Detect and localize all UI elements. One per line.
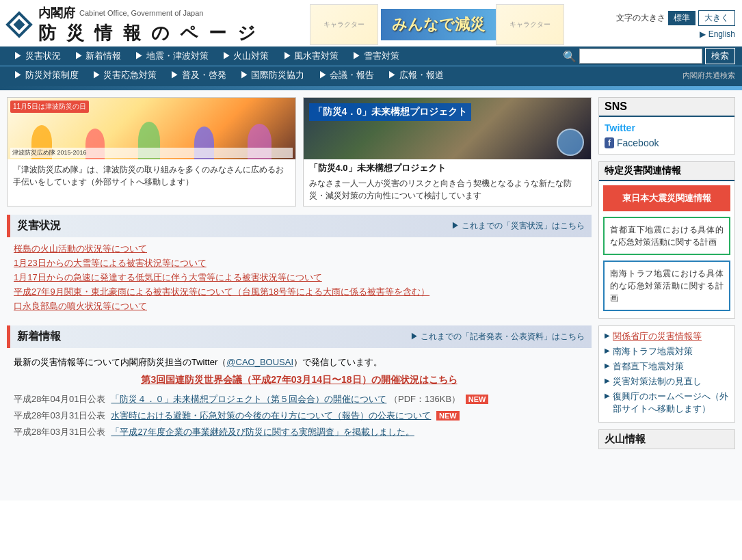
banner-right-text: みなさま一人一人が災害のリスクと向き合う契機となるような新たな防災・減災対策の方… [304, 176, 592, 206]
keikaku-box-2[interactable]: 南海トラフ地震における具体的な応急対策活動に関する計画 [603, 261, 730, 311]
badge-new-1: NEW [466, 395, 489, 404]
news-date-3: 平成28年03月31日公表 [14, 426, 105, 438]
sidebar-link-2[interactable]: ▶ 南海トラフ地震対策 [605, 345, 729, 358]
nav-jishin[interactable]: ▶ 地震・津波対策 [128, 49, 215, 64]
arrow-icon-4: ▶ [605, 377, 610, 384]
header-controls: 文字の大きさ 標準 大きく ▶ English [616, 10, 735, 39]
sidebar-links: ▶ 関係省庁の災害情報等 ▶ 南海トラフ地震対策 ▶ 首都直下地震対策 ▶ 災害… [598, 325, 735, 423]
nav-kaigi[interactable]: ▶ 会議・報告 [312, 68, 382, 83]
banner-right-title-box: 「防災4．0」未来構想プロジェクト [309, 103, 472, 121]
sidebar-link-3[interactable]: ▶ 首都直下地震対策 [605, 360, 729, 373]
nav-oukyuu[interactable]: ▶ 災害応急対策 [85, 68, 164, 83]
nav-kouhou[interactable]: ▶ 広報・報道 [381, 68, 451, 83]
sidebar-tokubetsu-header: 特定災害関連情報 [599, 162, 734, 181]
sidebar-link-5[interactable]: ▶ 復興庁のホームページへ（外部サイトへ移動します） [605, 390, 729, 415]
nav-saigai[interactable]: ▶ 災害状況 [7, 49, 68, 64]
search-icon: 🔍 [563, 50, 577, 63]
list-item[interactable]: 1月23日からの大雪等による被害状況等について [14, 257, 585, 269]
nav-setsu[interactable]: ▶ 雪害対策 [345, 49, 406, 64]
news-date-2: 平成28年03月31日公表 [14, 410, 105, 422]
nav-fuusui[interactable]: ▶ 風水害対策 [276, 49, 346, 64]
banner-left[interactable]: 11月5日は津波防災の日 津波防災広め隊 2015-2016 『津波防災広め隊』… [7, 97, 296, 206]
minnade-banner: みんなで減災 [392, 14, 485, 35]
btn-large[interactable]: 大きく [698, 10, 735, 26]
sidebar-link-1[interactable]: ▶ 関係省庁の災害情報等 [605, 330, 729, 343]
sns-twitter[interactable]: Twitter [605, 122, 729, 133]
nav-row2: ▶ 防災対策制度 ▶ 災害応急対策 ▶ 普及・啓発 ▶ 国際防災協力 ▶ 会議・… [0, 66, 742, 84]
new-info-link[interactable]: ▶ これまでの「記者発表・公表資料」はこちら [410, 331, 585, 343]
facebook-link[interactable]: Facebook [617, 137, 659, 148]
nav-row1: ▶ 災害状況 ▶ 新着情報 ▶ 地震・津波対策 ▶ 火山対策 ▶ 風水害対策 ▶… [0, 46, 742, 66]
banner-left-text: 『津波防災広め隊』は、津波防災の取り組みを多くのみなさんに広めるお手伝いをしてい… [8, 159, 295, 192]
disaster-status-header: 災害状況 [17, 219, 61, 233]
nav-shinchou[interactable]: ▶ 新着情報 [68, 49, 129, 64]
nav-seido[interactable]: ▶ 防災対策制度 [7, 68, 85, 83]
search-btn[interactable]: 検索 [705, 48, 735, 64]
arrow-icon-3: ▶ [605, 362, 610, 369]
english-link[interactable]: English [708, 29, 735, 39]
kazan-header: 火山情報 [605, 433, 646, 444]
arrow-icon-5: ▶ [605, 392, 610, 399]
search-label: 内閣府共通検索 [683, 71, 735, 79]
banner-right[interactable]: 「防災4．0」未来構想プロジェクト 「防災4.0」未来構想プロジェクト みなさま… [303, 97, 592, 206]
news-entry-3: 平成28年03月31日公表 「平成27年度企業の事業継続及び防災に関する実態調査… [14, 426, 585, 438]
sidebar-sns-header: SNS [599, 98, 734, 117]
news-date-1: 平成28年04月01日公表 [14, 393, 105, 405]
btn-standard[interactable]: 標準 [668, 11, 695, 25]
badge-new-2: NEW [436, 411, 460, 421]
header-banner: キャラクター みんなで減災 キャラクター [293, 4, 581, 45]
search-input[interactable] [579, 49, 702, 64]
nav-kazan[interactable]: ▶ 火山対策 [215, 49, 276, 64]
new-info-header: 新着情報 [17, 330, 61, 344]
sidebar-link-text-3[interactable]: 首都直下地震対策 [613, 360, 684, 373]
logo-cabinet-en: Cabinet Office, Government of Japan [79, 9, 203, 17]
twitter-text2: ）で発信しています。 [293, 357, 382, 367]
nav-fukyu[interactable]: ▶ 普及・啓発 [163, 68, 233, 83]
news-entry-1: 平成28年04月01日公表 「防災４．０」未来構想プロジェクト（第５回会合）の開… [14, 393, 585, 405]
twitter-link[interactable]: Twitter [605, 122, 635, 133]
banner-right-subtitle: 「防災4.0」未来構想プロジェクト [304, 159, 592, 176]
news-link-2[interactable]: 水害時における避難・応急対策の今後の在り方について（報告）の公表について [111, 410, 431, 421]
keikaku-box-1[interactable]: 首都直下地震における具体的な応急対策活動に関する計画 [603, 217, 730, 255]
fb-icon: f [605, 137, 614, 148]
sidebar-link-text-2[interactable]: 南海トラフ地震対策 [613, 345, 693, 358]
sns-facebook[interactable]: f Facebook [605, 137, 729, 148]
disaster-list: 桜島の火山活動の状況等について 1月23日からの大雪等による被害状況等について … [7, 240, 592, 317]
font-size-label: 文字の大きさ [616, 12, 665, 24]
sidebar-link-text-5[interactable]: 復興庁のホームページへ（外部サイトへ移動します） [613, 390, 729, 415]
sidebar-kazan: 火山情報 [598, 429, 735, 449]
sidebar-link-text-1[interactable]: 関係省庁の災害情報等 [613, 330, 702, 343]
news-link-1[interactable]: 「防災４．０」未来構想プロジェクト（第５回会合）の開催について [111, 394, 386, 404]
twitter-notice: 最新の災害情報等について内閣府防災担当のTwitter（@CAO_BOUSAI）… [14, 356, 585, 369]
list-item[interactable]: 口永良部島の噴火状況等について [14, 300, 585, 312]
logo-icon [7, 12, 31, 37]
sidebar-link-text-4[interactable]: 災害対策法制の見直し [613, 375, 702, 388]
arrow-icon-2: ▶ [605, 347, 610, 354]
logo-cabinet-jp: 内閣府 [38, 5, 75, 21]
logo-text-area: 内閣府 Cabinet Office, Government of Japan … [38, 5, 259, 45]
twitter-text1: 最新の災害情報等について内閣府防災担当のTwitter（ [14, 357, 226, 367]
news-entry-2: 平成28年03月31日公表 水害時における避難・応急対策の今後の在り方について（… [14, 410, 585, 422]
news-link-3[interactable]: 「平成27年度企業の事業継続及び防災に関する実態調査」を掲載しました。 [111, 427, 414, 437]
event-link-area[interactable]: 第3回国連防災世界会議（平成27年03月14日〜18日）の開催状況はこちら [14, 374, 585, 386]
event-link[interactable]: 第3回国連防災世界会議（平成27年03月14日〜18日）の開催状況はこちら [141, 374, 457, 385]
arrow-icon-1: ▶ [605, 332, 610, 339]
logo-title: 防 災 情 報 の ペ ー ジ [38, 21, 259, 45]
list-item[interactable]: 平成27年9月関東・東北豪雨による被害状況等について（台風第18号等による大雨に… [14, 286, 585, 298]
new-info-section: 新着情報 ▶ これまでの「記者発表・公表資料」はこちら 最新の災害情報等について… [7, 325, 592, 448]
banner-left-badge: 11月5日は津波防災の日 [10, 101, 89, 113]
news-sub-1: （PDF：136KB） [389, 394, 460, 404]
twitter-handle[interactable]: @CAO_BOUSAI [226, 357, 293, 367]
list-item[interactable]: 1月17日からの急速に発達する低気圧に伴う大雪等による被害状況等について [14, 271, 585, 284]
nav-kokusai[interactable]: ▶ 国際防災協力 [233, 68, 312, 83]
higashinihon-btn[interactable]: 東日本大震災関連情報 [603, 185, 730, 211]
sidebar-tokubetsu: 特定災害関連情報 東日本大震災関連情報 首都直下地震における具体的な応急対策活動… [598, 161, 735, 319]
sidebar-sns: SNS Twitter f Facebook [598, 97, 735, 155]
sidebar-link-4[interactable]: ▶ 災害対策法制の見直し [605, 375, 729, 388]
disaster-status-link[interactable]: ▶ これまでの「災害状況」はこちら [451, 220, 585, 232]
disaster-status-section: 災害状況 ▶ これまでの「災害状況」はこちら 桜島の火山活動の状況等について 1… [7, 215, 592, 317]
list-item[interactable]: 桜島の火山活動の状況等について [14, 243, 585, 255]
